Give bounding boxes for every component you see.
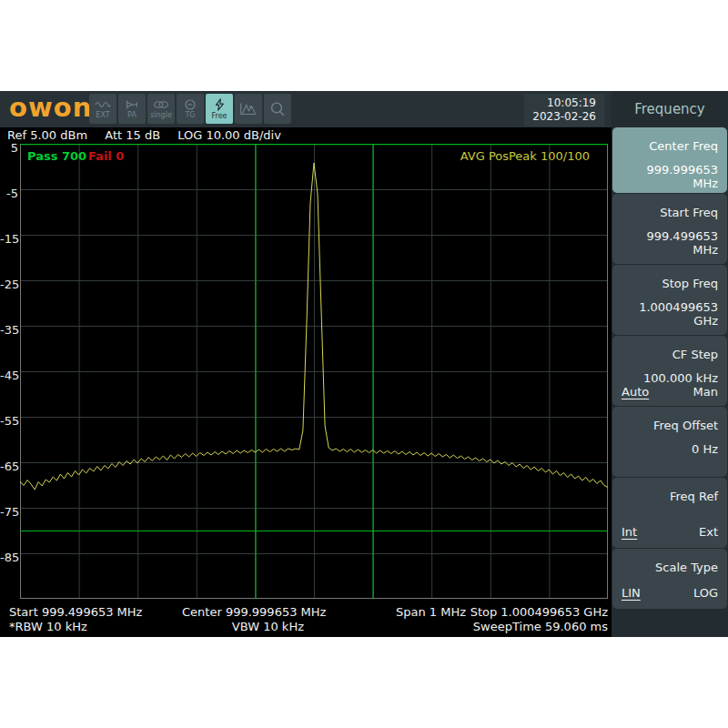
ref-level-label: Ref 5.00 dBm bbox=[7, 128, 87, 142]
option-auto[interactable]: Auto bbox=[622, 385, 649, 399]
sidebar-button-start-freq[interactable]: Start Freq999.499653 MHz bbox=[612, 194, 727, 264]
rbw-readout: *RBW 10 kHz bbox=[9, 620, 87, 634]
tool-button-pa[interactable]: PA bbox=[118, 94, 146, 124]
button-label: Freq Ref bbox=[622, 490, 718, 503]
y-tick-label: -75 bbox=[0, 505, 18, 520]
y-tick-label: 5 bbox=[0, 141, 18, 156]
y-tick-label: -45 bbox=[0, 369, 18, 383]
start-freq-readout: Start 999.499653 MHz bbox=[9, 605, 142, 620]
tool-button-tg[interactable]: TG bbox=[177, 94, 204, 124]
owon-logo: owon bbox=[9, 92, 92, 123]
center-freq-readout: Center 999.999653 MHz bbox=[182, 605, 304, 620]
y-tick-label: -55 bbox=[0, 414, 18, 429]
y-tick-label: -15 bbox=[0, 232, 18, 247]
button-label: Scale Type bbox=[622, 561, 718, 574]
pa-icon bbox=[124, 99, 140, 110]
y-tick-label: -25 bbox=[0, 278, 18, 292]
spectrum-trace-svg bbox=[20, 144, 608, 599]
frequency-menu-panel: Frequency Center Freq999.999653 MHzStart… bbox=[612, 91, 728, 637]
log-scale-label: LOG 10.00 dB/div bbox=[177, 128, 281, 142]
ext-icon bbox=[95, 99, 111, 110]
tg-icon bbox=[184, 99, 197, 110]
option-log[interactable]: LOG bbox=[693, 586, 718, 600]
time-text: 10:05:19 bbox=[532, 96, 596, 110]
button-value: 1.000499653 GHz bbox=[622, 300, 718, 328]
button-label: Start Freq bbox=[622, 206, 718, 219]
button-label: Center Freq bbox=[622, 139, 718, 153]
tool-button-ext[interactable]: EXT bbox=[89, 94, 116, 124]
button-label: CF Step bbox=[622, 348, 718, 361]
button-value: 0 Hz bbox=[622, 442, 718, 456]
spectrum-plot bbox=[20, 144, 608, 599]
button-value: 100.000 kHz bbox=[622, 371, 718, 385]
tool-button-peaks[interactable] bbox=[235, 94, 262, 124]
y-tick-label: -85 bbox=[0, 551, 18, 565]
sidebar-button-stop-freq[interactable]: Stop Freq1.000499653 GHz bbox=[612, 265, 727, 335]
menu-filler bbox=[612, 610, 728, 637]
sidebar-button-scale-type[interactable]: Scale TypeLINLOG bbox=[612, 549, 727, 609]
peaks-icon bbox=[238, 101, 258, 117]
option-lin[interactable]: LIN bbox=[622, 586, 641, 600]
spectrum-analyzer-ui: owon EXTPAsingleTGFree 10:05:19 2023-02-… bbox=[0, 91, 728, 637]
tool-button-zoom[interactable] bbox=[264, 94, 291, 124]
span-readout: Span 1 MHz bbox=[396, 605, 466, 620]
button-value: 999.999653 MHz bbox=[622, 163, 718, 190]
tool-label: single bbox=[150, 111, 172, 119]
menu-title: Frequency bbox=[612, 91, 728, 127]
sidebar-button-cf-step[interactable]: CF Step100.000 kHzAutoMan bbox=[612, 336, 727, 406]
sidebar-button-freq-offset[interactable]: Freq Offset0 Hz bbox=[612, 407, 727, 477]
y-tick-label: -5 bbox=[0, 187, 18, 201]
vbw-readout: VBW 10 kHz bbox=[182, 620, 304, 634]
option-ext[interactable]: Ext bbox=[699, 525, 718, 539]
reference-settings-row: Ref 5.00 dBm Att 15 dB LOG 10.00 dB/div bbox=[7, 128, 295, 142]
y-tick-label: -65 bbox=[0, 460, 18, 474]
date-text: 2023-02-26 bbox=[532, 110, 596, 124]
button-label: Freq Offset bbox=[622, 419, 718, 432]
tool-button-free[interactable]: Free bbox=[206, 94, 233, 124]
tool-label: EXT bbox=[96, 111, 109, 119]
button-label: Stop Freq bbox=[622, 277, 718, 290]
tool-label: PA bbox=[127, 111, 136, 119]
single-icon bbox=[153, 99, 169, 110]
attenuation-label: Att 15 dB bbox=[105, 128, 160, 142]
status-bar: Start 999.499653 MHz Center 999.999653 M… bbox=[0, 602, 612, 637]
option-man[interactable]: Man bbox=[693, 385, 718, 399]
screenshot-canvas: owon EXTPAsingleTGFree 10:05:19 2023-02-… bbox=[0, 0, 728, 728]
sweep-time-readout: SweepTime 59.060 ms bbox=[473, 620, 608, 634]
clock-display: 10:05:19 2023-02-26 bbox=[524, 94, 604, 126]
main-display: Ref 5.00 dBm Att 15 dB LOG 10.00 dB/div … bbox=[0, 127, 612, 637]
stop-freq-readout: Stop 1.000499653 GHz bbox=[470, 605, 608, 620]
y-tick-label: -35 bbox=[0, 323, 18, 338]
tool-button-single[interactable]: single bbox=[147, 94, 175, 124]
sidebar-button-center-freq[interactable]: Center Freq999.999653 MHz bbox=[612, 127, 727, 193]
tool-label: TG bbox=[185, 111, 195, 119]
option-int[interactable]: Int bbox=[622, 525, 637, 539]
menu-buttons: Center Freq999.999653 MHzStart Freq999.4… bbox=[612, 127, 728, 609]
toolbar: EXTPAsingleTGFree bbox=[89, 94, 291, 124]
button-value: 999.499653 MHz bbox=[622, 229, 718, 257]
zoom-icon bbox=[268, 101, 287, 117]
free-icon bbox=[213, 98, 226, 111]
sidebar-button-freq-ref[interactable]: Freq RefIntExt bbox=[612, 478, 727, 548]
top-bar: owon EXTPAsingleTGFree 10:05:19 2023-02-… bbox=[0, 91, 612, 127]
tool-label: Free bbox=[212, 112, 228, 120]
